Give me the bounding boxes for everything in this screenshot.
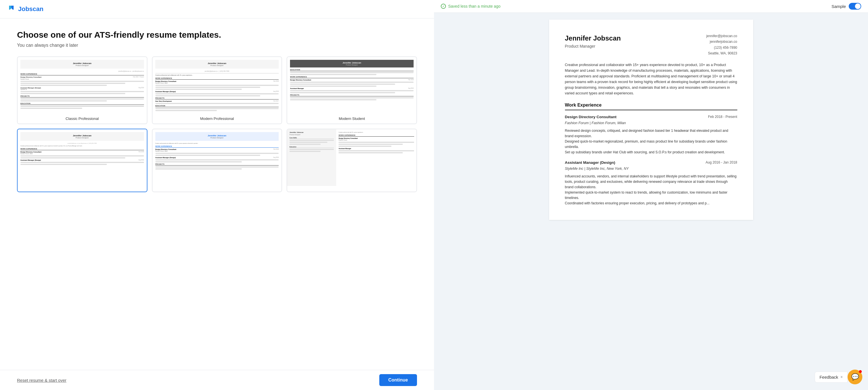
right-header: ✓ Saved less than a minute ago Sample (434, 0, 868, 13)
template-label-2: Modern Professional (153, 113, 282, 124)
bottom-bar: Reset resume & start over Continue (0, 370, 434, 390)
job-header-2: Assistant Manager (Design) Aug 2016 - Ja… (565, 160, 737, 165)
toggle-knob (855, 3, 861, 9)
left-panel: Jobscan Choose one of our ATS-friendly r… (0, 0, 434, 390)
template-card-4[interactable]: Jennifer Jobscan Product Designer jennif… (17, 129, 147, 192)
logo-text: Jobscan (18, 5, 43, 13)
resume-location: Seattle, WA, 90823 (706, 51, 737, 56)
sample-toggle[interactable]: Sample (831, 3, 861, 10)
jobscan-logo-icon (7, 4, 16, 13)
job-title-2: Assistant Manager (Design) (565, 160, 615, 165)
template-preview-2: Jennifer Jobscan Product Designer jennif… (153, 57, 282, 113)
page-subtitle: You can always change it later (17, 43, 417, 48)
logo: Jobscan (7, 4, 427, 13)
job-title-1: Design Directory Consultant (565, 114, 617, 120)
job-company-1: Fashion Forum | Fashion Forum, Milan (565, 121, 737, 126)
saved-status: ✓ Saved less than a minute ago (441, 4, 500, 9)
template-preview-5: Jennifer Jobscan Product Designer Creati… (153, 129, 282, 186)
template-card-6[interactable]: Jennifer Jobscan Product Designer Core S… (287, 129, 417, 192)
template-label-3: Modern Student (287, 113, 416, 124)
template-preview-1: Jennifer Jobscan Product Designer jennif… (18, 57, 147, 113)
page-title: Choose one of our ATS-friendly resume te… (17, 30, 417, 40)
job-header-1: Design Directory Consultant Feb 2018 - P… (565, 114, 737, 120)
resume-name-block: Jennifer Jobscan Product Manager (565, 33, 621, 49)
toggle-switch[interactable] (849, 3, 861, 10)
header-bar: Jobscan (0, 0, 434, 19)
feedback-close-button[interactable]: × (840, 375, 843, 379)
job-dates-2: Aug 2016 - Jan 2018 (706, 160, 737, 165)
continue-button[interactable]: Continue (379, 374, 417, 386)
resume-website: jenniferjobscan.co (706, 39, 737, 44)
chat-icon: 💬 (851, 373, 859, 381)
template-label-6 (287, 186, 416, 192)
sample-label: Sample (831, 4, 846, 9)
feedback-label: Feedback × (815, 371, 847, 383)
job-desc-2: Influenced accounts, vendors, and intern… (565, 174, 737, 206)
reset-button[interactable]: Reset resume & start over (17, 378, 66, 383)
template-label-1: Classic Professional (18, 113, 147, 124)
template-card-modern-student[interactable]: Jennifer Jobscan Product Designer Educat… (287, 56, 417, 124)
template-card-5[interactable]: Jennifer Jobscan Product Designer Creati… (152, 129, 282, 192)
feedback-bubble: Feedback × 💬 (815, 369, 862, 384)
resume-header: Jennifer Jobscan Product Manager jennife… (565, 33, 737, 56)
saved-status-text: Saved less than a minute ago (448, 4, 500, 8)
job-desc-1: Reviewed design concepts, critiqued, and… (565, 128, 737, 155)
template-preview-4: Jennifer Jobscan Product Designer jennif… (18, 129, 147, 186)
template-card-classic-professional[interactable]: Jennifer Jobscan Product Designer jennif… (17, 56, 147, 124)
resume-document: Jennifer Jobscan Product Manager jennife… (549, 20, 753, 220)
resume-name: Jennifer Jobscan (565, 33, 621, 43)
template-preview-6: Jennifer Jobscan Product Designer Core S… (287, 129, 416, 186)
job-dates-1: Feb 2018 - Present (708, 114, 737, 119)
resume-job-title: Product Manager (565, 43, 621, 49)
feedback-text: Feedback (819, 375, 838, 380)
resume-contact: jennifer@jobscan.co jenniferjobscan.co (… (706, 33, 737, 56)
section-title-work-experience: Work Experience (565, 102, 737, 110)
check-circle-icon: ✓ (441, 4, 446, 9)
job-company-2: StyleMe Inc | StyleMe Inc, New York, NY (565, 166, 737, 171)
left-content: Choose one of our ATS-friendly resume te… (0, 19, 434, 209)
resume-container: Jennifer Jobscan Product Manager jennife… (434, 13, 868, 390)
resume-email: jennifer@jobscan.co (706, 33, 737, 39)
template-card-modern-professional[interactable]: Jennifer Jobscan Product Designer jennif… (152, 56, 282, 124)
chat-button[interactable]: 💬 (847, 369, 862, 384)
template-label-5 (153, 186, 282, 192)
chat-notification-dot (859, 370, 862, 373)
resume-phone: (123) 456-7890 (706, 45, 737, 51)
template-preview-3: Jennifer Jobscan Product Designer Educat… (287, 57, 416, 113)
resume-summary: Creative professional and collaborator w… (565, 62, 737, 96)
right-panel: ✓ Saved less than a minute ago Sample Je… (434, 0, 868, 390)
templates-grid: Jennifer Jobscan Product Designer jennif… (17, 56, 417, 192)
template-label-4 (18, 186, 147, 192)
